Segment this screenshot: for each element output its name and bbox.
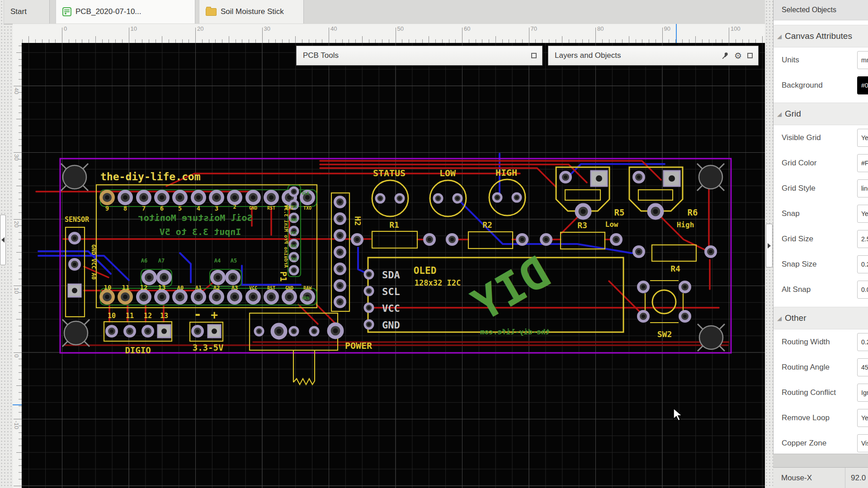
property-input-snap[interactable]: Yes [857,205,868,223]
property-input-background[interactable]: #000000 [857,76,868,94]
property-row: Routing Width0.254 [774,329,868,355]
ruler-number: 10 [131,25,137,32]
document-tabbar: StartPCB_2020-07-10...Soil Moisture Stic… [4,0,765,24]
folder-icon [206,8,217,16]
collapse-triangle-icon: ◢ [777,315,782,322]
property-row: Routing ConflictIgnore [774,380,868,405]
collapse-triangle-icon: ◢ [777,33,782,40]
property-label: Remove Loop [782,413,857,422]
ruler-number: 60 [464,25,470,32]
vertical-ruler: 403020100-10 [13,43,22,488]
pcb-editor-window: StartPCB_2020-07-10...Soil Moisture Stic… [0,0,868,488]
properties-sidebar: Selected Objects ◢Canvas AttributesUnits… [773,0,868,488]
property-label: Grid Size [782,235,857,244]
tab-start[interactable]: Start [4,0,50,23]
property-row: Snap Size0.254 [774,252,868,277]
property-input-alt-snap[interactable]: 0.025 [857,281,868,299]
property-input-copper-zone[interactable]: Visible [857,434,868,452]
property-label: Background [782,81,857,90]
tab-label: Start [10,7,27,16]
pcb-file-icon [62,7,71,16]
property-row: Grid Color#FFFFFF [774,150,868,176]
property-label: Snap [782,209,857,218]
ruler-number: 90 [664,25,670,32]
property-row: Alt Snap0.025 [774,277,868,302]
section-header-other[interactable]: ◢Other [774,307,868,329]
property-label: Routing Conflict [782,388,857,397]
property-input-grid-size[interactable]: 2.54 [857,230,868,248]
section-header-grid[interactable]: ◢Grid [774,103,868,125]
sidebar-divider-strip [773,454,868,468]
property-label: Snap Size [782,260,857,269]
ruler-corner [13,24,22,43]
ruler-number: 70 [531,25,537,32]
property-input-units[interactable]: mm [857,51,868,69]
ruler-mouse-marker [13,404,22,405]
section-title: Canvas Attributes [785,31,852,41]
section-header-canvas-attributes[interactable]: ◢Canvas Attributes [774,25,868,47]
layers-objects-panel-title: Layers and Objects [548,51,722,60]
property-label: Copper Zone [782,439,857,448]
ruler-number: 30 [13,154,20,160]
pcb-tools-panel-title: PCB Tools [297,51,531,60]
tab-label: PCB_2020-07-10... [75,7,142,16]
ruler-number: -10 [13,421,20,429]
property-label: Grid Color [782,159,857,168]
property-row: Grid Styleline [774,176,868,201]
section-title: Grid [785,109,801,119]
property-label: Grid Style [782,184,857,193]
ruler-number: 10 [13,287,20,294]
property-row: Visible GridYes [774,125,868,150]
tab-soil-moisture-stick[interactable]: Soil Moisture Stick [199,0,304,23]
horizontal-ruler: 0102030405060708090100 [22,24,765,43]
pin-icon[interactable] [722,52,729,59]
pcb-canvas[interactable] [22,43,765,488]
property-label: Routing Width [782,338,857,347]
property-row: SnapYes [774,201,868,226]
window-icon[interactable] [531,53,537,58]
tab-label: Soil Moisture Stick [221,7,284,16]
property-row: Copper ZoneVisible [774,431,868,456]
property-row: Remove LoopYes [774,405,868,431]
ruler-mouse-marker [676,24,677,43]
ruler-number: 80 [597,25,604,32]
mouse-cursor [673,408,684,423]
ruler-number: 20 [13,221,20,227]
section-title: Other [785,313,807,323]
gear-icon[interactable]: ⚙ [734,52,742,60]
property-input-visible-grid[interactable]: Yes [857,129,868,147]
property-label: Units [782,56,857,65]
tab-pcb-2020-07-10-[interactable]: PCB_2020-07-10... [56,0,195,23]
property-input-routing-width[interactable]: 0.254 [857,333,868,351]
right-panel-collapse-handle[interactable] [766,224,773,267]
sidebar-title: Selected Objects [774,0,868,20]
property-label: Visible Grid [782,133,857,142]
property-row: Grid Size2.54 [774,226,868,252]
ruler-number: 0 [64,25,67,32]
mouse-x-value: 92.0 [845,474,866,483]
property-input-routing-angle[interactable]: 45 [857,358,868,376]
property-row: Unitsmm [774,47,868,73]
left-panel-collapse-handle[interactable] [0,215,6,265]
ruler-number: 100 [731,25,741,32]
pcb-tools-panel[interactable]: PCB Tools [296,46,542,66]
property-label: Routing Angle [782,363,857,372]
layers-objects-panel[interactable]: Layers and Objects ⚙ [548,46,759,66]
collapse-triangle-icon: ◢ [777,111,782,117]
ruler-number: 0 [13,354,20,357]
ruler-number: 40 [13,88,20,94]
property-input-snap-size[interactable]: 0.254 [857,255,868,273]
property-input-routing-conflict[interactable]: Ignore [857,384,868,402]
property-label: Alt Snap [782,285,857,294]
ruler-number: 20 [197,25,203,32]
ruler-number: 30 [264,25,270,32]
ruler-number: 40 [330,25,337,32]
property-input-grid-style[interactable]: line [857,179,868,197]
window-icon[interactable] [747,53,753,58]
property-input-remove-loop[interactable]: Yes [857,409,868,427]
property-row: Background#000000 [774,73,868,98]
ruler-number: 50 [397,25,404,32]
mouse-x-label: Mouse-X [773,468,845,488]
property-input-grid-color[interactable]: #FFFFFF [857,154,868,172]
property-row: Routing Angle45 [774,355,868,380]
